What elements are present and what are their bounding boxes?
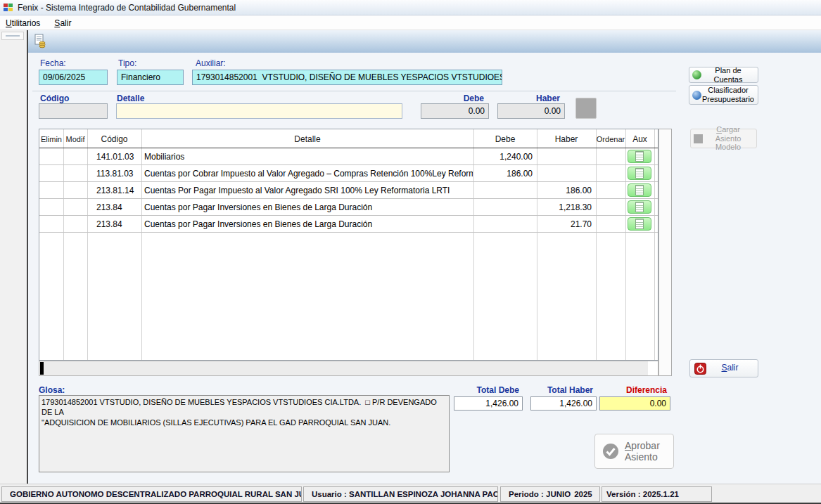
col-elimin: Elimin [39, 129, 63, 148]
auxiliar-input[interactable]: 1793014852001 VTSTUDIO, DISEÑO DE MUEBLE… [192, 70, 502, 85]
cell-detalle: Cuentas por Pagar Inversiones en Bienes … [144, 216, 473, 232]
horizontal-scrollbar[interactable] [39, 361, 658, 376]
vertical-scrollbar[interactable] [658, 129, 672, 376]
haber-input[interactable]: 0.00 [497, 103, 565, 119]
document-icon [635, 168, 644, 179]
total-haber-label: Total Haber [530, 385, 593, 395]
scrollbar-thumb[interactable] [40, 362, 44, 375]
cell-debe [475, 182, 533, 198]
entity-text: GOBIERNO AUTONOMO DESCENTRALIZADO PARROQ… [10, 490, 302, 498]
menu-item-utilitarios[interactable]: Utilitarios [6, 18, 40, 28]
cell-haber [538, 148, 592, 164]
entries-table: Elimin Modif Código Detalle Debe Haber O… [39, 129, 658, 361]
app-window: Fenix - Sistema Integrado de Contabilida… [0, 0, 821, 504]
menu-item-salir[interactable]: Salir [54, 18, 71, 28]
diferencia-value: 0.00 [599, 396, 670, 411]
cell-haber: 21.70 [538, 216, 592, 232]
codigo-input[interactable] [39, 103, 108, 119]
document-icon [635, 185, 644, 195]
cargar-asiento-modelo-button[interactable]: Cargar Asiento Modelo [690, 129, 757, 148]
document-icon [635, 202, 644, 212]
cell-debe [475, 199, 533, 215]
cell-haber [538, 165, 592, 181]
cargar-asiento-label: Cargar Asiento Modelo [703, 125, 753, 152]
fecha-input[interactable]: 09/06/2025 [39, 70, 108, 85]
aprobar-asiento-button[interactable]: Aprobar Asiento [594, 434, 674, 469]
table-header: Elimin Modif Código Detalle Debe Haber O… [39, 129, 658, 148]
table-row[interactable]: 213.81.14 Cuentas Por Pagar Impuesto al … [39, 182, 658, 199]
table-row[interactable]: 213.84 Cuentas por Pagar Inversiones en … [39, 199, 658, 216]
debe-input[interactable]: 0.00 [421, 103, 489, 119]
aux-button[interactable] [628, 167, 651, 180]
period-panel: 31 Periodo : JUNIO 2025 [500, 486, 600, 502]
user-text: Usuario : SANTILLAN ESPINOZA JOHANNA PAO… [312, 490, 498, 498]
cell-detalle: Cuentas por Cobrar Impuesto al Valor Agr… [144, 165, 473, 181]
form-header-strip [28, 30, 821, 53]
cell-codigo: 113.81.03 [96, 165, 140, 181]
cell-detalle: Cuentas por Pagar Inversiones en Bienes … [144, 199, 473, 215]
debe-label: Debe [421, 93, 484, 103]
col-modif: Modif [63, 129, 87, 148]
cell-codigo: 213.81.14 [96, 182, 140, 198]
document-icon [635, 151, 644, 162]
detalle-label: Detalle [117, 93, 144, 103]
aprobar-label-line1: Aprobar [625, 440, 660, 451]
haber-label: Haber [497, 93, 560, 103]
glosa-label: Glosa: [39, 385, 65, 395]
cell-detalle: Mobiliarios [144, 148, 473, 164]
cell-codigo: 141.01.03 [96, 148, 140, 164]
separator [32, 91, 676, 91]
user-panel: Usuario : SANTILLAN ESPINOZA JOHANNA PAO… [303, 486, 498, 502]
cell-debe [475, 216, 533, 232]
aux-button[interactable] [628, 150, 651, 163]
status-bar: GOBIERNO AUTONOMO DESCENTRALIZADO PARROQ… [0, 484, 821, 504]
cell-haber: 186.00 [538, 182, 592, 198]
journal-coins-icon[interactable] [33, 34, 47, 49]
left-panel [0, 30, 27, 484]
salir-label: Salir [706, 363, 753, 373]
power-icon [694, 363, 706, 375]
aprobar-label-line2: Asiento [625, 451, 658, 463]
green-sphere-icon [692, 70, 701, 79]
aux-button[interactable] [628, 183, 651, 197]
codigo-label: Código [40, 93, 69, 103]
aux-button[interactable] [628, 217, 651, 231]
table-row[interactable]: 141.01.03 Mobiliarios 1,240.00 [39, 148, 658, 165]
cell-debe: 186.00 [475, 165, 533, 181]
period-year: 2025 [574, 490, 597, 498]
document-icon [635, 219, 644, 229]
cell-codigo: 213.84 [96, 199, 140, 215]
clasificador-presupuestario-button[interactable]: Clasificador Presupuestario [689, 85, 758, 105]
salir-button[interactable]: Salir [689, 359, 758, 377]
title-bar: Fenix - Sistema Integrado de Contabilida… [0, 0, 821, 15]
total-debe-value: 1,426.00 [454, 396, 523, 411]
window-title: Fenix - Sistema Integrado de Contabilida… [18, 3, 236, 13]
cell-haber: 1,218.30 [538, 199, 592, 215]
version-text: Versión : 2025.1.21 [606, 490, 679, 498]
table-row[interactable]: 213.84 Cuentas por Pagar Inversiones en … [39, 216, 658, 233]
plan-de-cuentas-button[interactable]: Plan de Cuentas [689, 67, 758, 83]
splitter-grip[interactable] [1, 32, 24, 40]
col-ordenar: Ordenar [596, 129, 625, 148]
add-entry-button[interactable] [575, 98, 597, 119]
col-debe: Debe [473, 129, 537, 148]
diferencia-label: Diferencia [599, 385, 667, 395]
glosa-textarea[interactable]: 1793014852001 VTSTUDIO, DISEÑO DE MUEBLE… [39, 395, 450, 472]
tipo-input[interactable]: Financiero [117, 70, 184, 85]
clasificador-label: Clasificador Presupuestario [701, 86, 755, 103]
col-haber: Haber [537, 129, 596, 148]
table-body: 141.01.03 Mobiliarios 1,240.00 113.81.03… [39, 148, 658, 360]
version-panel: Versión : 2025.1.21 [602, 486, 712, 502]
col-codigo: Código [87, 129, 141, 148]
cell-debe: 1,240.00 [475, 148, 533, 164]
table-row[interactable]: 113.81.03 Cuentas por Cobrar Impuesto al… [39, 165, 658, 182]
menu-bar: Utilitarios Salir [0, 16, 821, 30]
scrollbar-corner [648, 361, 658, 375]
fecha-label: Fecha: [40, 58, 66, 68]
total-debe-label: Total Debe [454, 385, 519, 395]
detalle-input[interactable] [116, 103, 402, 119]
aux-button[interactable] [628, 200, 651, 214]
entity-panel: GOBIERNO AUTONOMO DESCENTRALIZADO PARROQ… [1, 486, 302, 502]
total-haber-value: 1,426.00 [530, 396, 597, 411]
tipo-label: Tipo: [118, 58, 136, 68]
